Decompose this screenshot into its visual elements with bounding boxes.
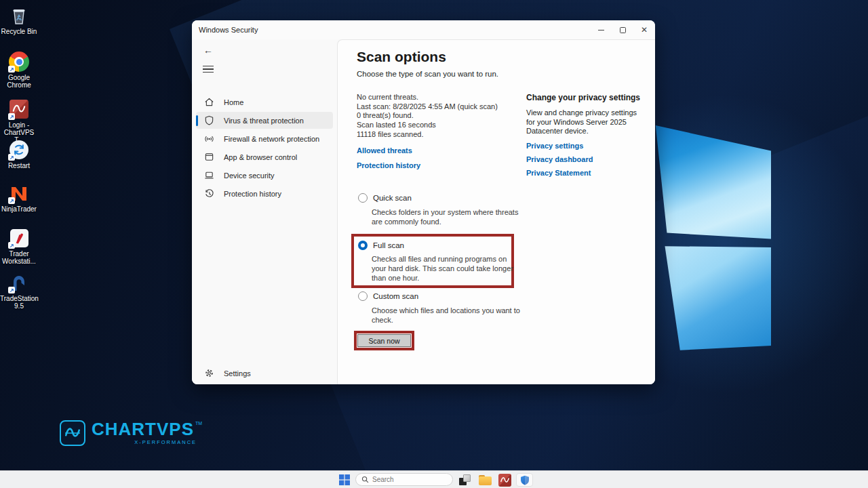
desktop-icon-restart[interactable]: Restart xyxy=(0,140,38,169)
status-line: Scan lasted 16 seconds xyxy=(357,121,498,130)
windows-logo-icon xyxy=(339,474,350,485)
full-scan-highlight-box: Full scan Checks all files and running p… xyxy=(351,234,514,288)
window-title: Windows Security xyxy=(199,26,258,34)
task-view-button[interactable] xyxy=(457,473,472,487)
chartvps-app-icon xyxy=(9,99,29,119)
app-window-icon xyxy=(204,152,214,162)
privacy-panel: Change your privacy settings View and ch… xyxy=(526,93,648,177)
sidebar-item-label: Firewall & network protection xyxy=(224,135,319,143)
close-button[interactable]: ✕ xyxy=(633,20,655,39)
ninjatrader-icon xyxy=(9,183,29,203)
tradestation-icon xyxy=(9,272,29,293)
file-explorer-button[interactable] xyxy=(477,473,492,487)
privacy-body: View and change privacy settings for you… xyxy=(526,108,643,136)
shortcut-arrow-icon xyxy=(8,242,15,249)
desktop-icon-ninjatrader[interactable]: NinjaTrader xyxy=(0,183,38,213)
sidebar-item-settings[interactable]: Settings xyxy=(196,365,333,382)
privacy-dashboard-link[interactable]: Privacy dashboard xyxy=(526,155,648,163)
chrome-icon xyxy=(9,52,29,72)
sidebar-item-device-security[interactable]: Device security xyxy=(196,167,333,184)
quick-scan-option[interactable]: Quick scan xyxy=(358,193,412,203)
desktop-icon-trader-workstation[interactable]: Trader Workstati... xyxy=(0,228,38,265)
sidebar-item-label: Settings xyxy=(224,369,251,378)
home-icon xyxy=(204,97,214,107)
scan-options-content: Scan options Choose the type of scan you… xyxy=(337,39,655,384)
status-line: Last scan: 8/28/2025 4:55 AM (quick scan… xyxy=(357,102,498,112)
start-button[interactable] xyxy=(339,474,350,485)
desktop-icon-label: Trader Workstati... xyxy=(0,250,38,265)
chartvps-taskbar-button[interactable] xyxy=(497,473,512,487)
sidebar-item-protection-history[interactable]: Protection history xyxy=(196,185,333,202)
scan-status: No current threats. Last scan: 8/28/2025… xyxy=(357,93,498,140)
history-clock-icon xyxy=(204,188,214,199)
desktop-icon-label: NinjaTrader xyxy=(1,205,37,213)
security-shield-icon xyxy=(519,474,530,486)
windows-security-taskbar-button[interactable] xyxy=(516,473,533,487)
desktop-icon-google-chrome[interactable]: Google Chrome xyxy=(0,52,38,89)
page-subtitle: Choose the type of scan you want to run. xyxy=(357,70,498,78)
back-button[interactable]: ← xyxy=(200,42,216,58)
desktop-icon-recycle-bin[interactable]: Recycle Bin xyxy=(0,5,38,35)
shortcut-arrow-icon xyxy=(8,287,15,293)
minimize-button[interactable] xyxy=(590,20,612,39)
protection-history-link[interactable]: Protection history xyxy=(357,161,420,169)
network-signal-icon xyxy=(204,134,214,144)
custom-scan-description: Choose which files and locations you wan… xyxy=(372,306,521,325)
taskbar-search[interactable] xyxy=(355,473,453,486)
privacy-settings-link[interactable]: Privacy settings xyxy=(526,142,648,150)
laptop-icon xyxy=(204,170,214,180)
custom-scan-option[interactable]: Custom scan xyxy=(358,291,418,301)
status-line: 0 threat(s) found. xyxy=(357,111,498,121)
shortcut-arrow-icon xyxy=(8,113,15,120)
sidebar-item-home[interactable]: Home xyxy=(196,94,333,110)
hamburger-menu-button[interactable] xyxy=(200,61,216,77)
sidebar: ← Home Virus & threat protection Firewal xyxy=(192,39,337,384)
desktop-icon-tradestation[interactable]: TradeStation 9.5 xyxy=(0,272,38,310)
sidebar-nav: Home Virus & threat protection Firewall … xyxy=(196,94,333,203)
quick-scan-radio[interactable] xyxy=(358,193,368,203)
taskbar: ENG US 1:03 PM 8/28/2025 xyxy=(0,470,868,488)
gear-icon xyxy=(204,368,214,378)
close-icon: ✕ xyxy=(641,26,648,34)
shield-icon xyxy=(204,115,214,125)
folder-icon xyxy=(479,475,492,485)
option-label: Custom scan xyxy=(373,292,418,300)
custom-scan-radio[interactable] xyxy=(358,291,368,301)
full-scan-radio[interactable] xyxy=(358,241,368,250)
sidebar-item-label: App & browser control xyxy=(224,153,297,161)
shortcut-arrow-icon xyxy=(8,66,15,73)
restart-icon xyxy=(9,140,29,160)
page-title: Scan options xyxy=(357,49,446,65)
desktop-icon-label: Restart xyxy=(8,162,30,169)
full-scan-option[interactable]: Full scan xyxy=(358,241,404,250)
sidebar-item-firewall-network[interactable]: Firewall & network protection xyxy=(196,130,333,147)
desktop-icon-label: Google Chrome xyxy=(0,74,38,89)
sidebar-item-virus-threat-protection[interactable]: Virus & threat protection xyxy=(196,112,333,129)
windows-security-window: Windows Security ✕ ← Home Virus & threat… xyxy=(192,20,655,384)
privacy-heading: Change your privacy settings xyxy=(526,93,648,102)
chartvps-app-icon xyxy=(498,474,511,487)
privacy-statement-link[interactable]: Privacy Statement xyxy=(526,169,648,177)
maximize-button[interactable] xyxy=(612,20,633,39)
search-icon xyxy=(361,476,369,483)
option-label: Quick scan xyxy=(373,194,412,202)
maximize-icon xyxy=(620,27,626,33)
status-line: No current threats. xyxy=(357,93,498,102)
desktop-icon-label: TradeStation 9.5 xyxy=(0,295,38,310)
title-bar[interactable]: Windows Security ✕ xyxy=(192,20,655,39)
watermark-tagline: X-PERFORMANCE xyxy=(134,439,197,445)
scan-now-button[interactable]: Scan now xyxy=(357,334,411,347)
search-input[interactable] xyxy=(372,476,440,483)
trader-workstation-icon xyxy=(9,228,29,248)
sidebar-item-app-browser-control[interactable]: App & browser control xyxy=(196,148,333,165)
desktop-icon-label: Recycle Bin xyxy=(1,28,37,35)
watermark-tm: TM xyxy=(195,421,202,426)
allowed-threats-link[interactable]: Allowed threats xyxy=(357,146,412,155)
task-view-icon xyxy=(459,474,471,485)
sidebar-item-label: Virus & threat protection xyxy=(224,117,304,125)
shortcut-arrow-icon xyxy=(8,154,15,161)
full-scan-description: Checks all files and running programs on… xyxy=(372,255,514,283)
option-label: Full scan xyxy=(373,241,404,249)
watermark-brand: CHARTVPS xyxy=(92,420,194,438)
desktop-icon-login-chartvps[interactable]: Login - ChartVPS T... xyxy=(0,99,38,144)
